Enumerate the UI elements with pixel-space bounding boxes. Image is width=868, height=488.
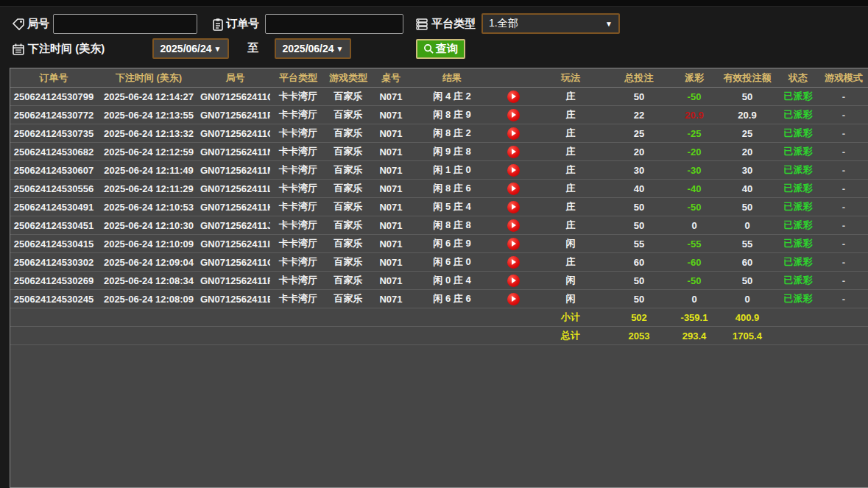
cell-platform-type: 卡卡湾厅 bbox=[270, 106, 326, 124]
play-video-button[interactable] bbox=[507, 219, 520, 232]
total-payout: 293.4 bbox=[671, 327, 718, 345]
table-row[interactable]: 250624124530735 2025-06-24 12:13:32 GN07… bbox=[10, 124, 868, 143]
platform-type-icon bbox=[415, 18, 428, 31]
cell-bet-time: 2025-06-24 12:11:49 bbox=[97, 161, 200, 180]
cell-status: 已派彩 bbox=[777, 161, 819, 180]
cell-valid-bet: 60 bbox=[718, 253, 777, 272]
cell-order-number: 250624124530735 bbox=[10, 124, 97, 143]
cell-result: 闲 6 庄 6 bbox=[412, 290, 493, 308]
play-video-button[interactable] bbox=[507, 109, 520, 121]
round-number-label: 局号 bbox=[27, 17, 49, 30]
date-to-picker[interactable]: 2025/06/24 ▼ bbox=[275, 38, 351, 59]
cell-valid-bet: 0 bbox=[718, 290, 777, 308]
cell-total-bet: 50 bbox=[607, 198, 671, 216]
subtotal-label: 小计 bbox=[534, 308, 607, 327]
play-video-button[interactable] bbox=[507, 201, 520, 213]
play-video-button[interactable] bbox=[507, 275, 520, 287]
cell-valid-bet: 55 bbox=[718, 235, 777, 253]
table-row[interactable]: 250624124530556 2025-06-24 12:11:29 GN07… bbox=[10, 180, 868, 198]
play-video-button[interactable] bbox=[507, 293, 520, 305]
round-number-input[interactable] bbox=[53, 14, 197, 34]
play-video-button[interactable] bbox=[507, 238, 520, 250]
order-number-label: 订单号 bbox=[226, 17, 259, 30]
cell-table-number: N071 bbox=[370, 290, 412, 308]
query-button-label: 查询 bbox=[436, 42, 458, 56]
play-icon bbox=[512, 259, 516, 265]
header-platform-type: 平台类型 bbox=[270, 68, 326, 88]
cell-round-number: GN0712562411I bbox=[200, 235, 270, 253]
table-row[interactable]: 250624124530415 2025-06-24 12:10:09 GN07… bbox=[10, 235, 868, 253]
play-video-button[interactable] bbox=[507, 164, 520, 177]
cell-table-number: N071 bbox=[370, 216, 412, 235]
table-row[interactable]: 250624124530682 2025-06-24 12:12:59 GN07… bbox=[10, 143, 868, 161]
cell-status: 已派彩 bbox=[777, 143, 819, 161]
cell-payout: -20 bbox=[671, 143, 718, 161]
table-row[interactable]: 250624124530245 2025-06-24 12:08:09 GN07… bbox=[10, 290, 868, 308]
cell-platform-type: 卡卡湾厅 bbox=[270, 235, 326, 253]
cell-bet-time: 2025-06-24 12:12:59 bbox=[97, 143, 200, 161]
table-row[interactable]: 250624124530491 2025-06-24 12:10:53 GN07… bbox=[10, 198, 868, 216]
cell-platform-type: 卡卡湾厅 bbox=[270, 143, 326, 161]
header-total-bet: 总投注 bbox=[607, 68, 671, 88]
cell-status: 已派彩 bbox=[777, 272, 819, 290]
cell-game-type: 百家乐 bbox=[326, 106, 370, 124]
play-video-button[interactable] bbox=[507, 146, 520, 158]
table-row[interactable]: 250624124530269 2025-06-24 12:08:34 GN07… bbox=[10, 272, 868, 290]
cell-valid-bet: 40 bbox=[718, 180, 777, 198]
query-button[interactable]: 查询 bbox=[416, 39, 465, 59]
header-game-mode: 游戏模式 bbox=[819, 68, 868, 88]
chevron-down-icon: ▼ bbox=[336, 45, 344, 53]
calendar-icon bbox=[12, 43, 25, 56]
cell-table-number: N071 bbox=[370, 124, 412, 143]
cell-play-type: 闲 bbox=[534, 290, 607, 308]
table-row[interactable]: 250624124530799 2025-06-24 12:14:27 GN07… bbox=[10, 88, 868, 106]
order-number-input[interactable] bbox=[265, 14, 403, 34]
play-icon bbox=[512, 204, 516, 210]
play-icon bbox=[512, 185, 516, 191]
cell-game-type: 百家乐 bbox=[326, 198, 370, 216]
cell-game-type: 百家乐 bbox=[326, 161, 370, 180]
cell-play-type: 庄 bbox=[534, 253, 607, 272]
table-row[interactable]: 250624124530451 2025-06-24 12:10:30 GN07… bbox=[10, 216, 868, 235]
table-row[interactable]: 250624124530607 2025-06-24 12:11:49 GN07… bbox=[10, 161, 868, 180]
cell-game-type: 百家乐 bbox=[326, 235, 370, 253]
cell-table-number: N071 bbox=[370, 272, 412, 290]
cell-play-type: 庄 bbox=[534, 106, 607, 124]
cell-status: 已派彩 bbox=[777, 290, 819, 308]
cell-replay bbox=[493, 198, 534, 216]
cell-platform-type: 卡卡湾厅 bbox=[270, 198, 326, 216]
cell-status: 已派彩 bbox=[777, 88, 819, 106]
cell-table-number: N071 bbox=[370, 88, 412, 106]
cell-game-mode: - bbox=[819, 198, 868, 216]
cell-total-bet: 60 bbox=[607, 253, 671, 272]
play-video-button[interactable] bbox=[507, 91, 520, 103]
cell-round-number: GN0712562411K bbox=[200, 198, 270, 216]
cell-valid-bet: 20 bbox=[718, 143, 777, 161]
cell-game-mode: - bbox=[819, 180, 868, 198]
tag-icon bbox=[12, 18, 25, 31]
cell-replay bbox=[493, 143, 534, 161]
date-from-picker[interactable]: 2025/06/24 ▼ bbox=[152, 38, 229, 59]
cell-play-type: 闲 bbox=[534, 272, 607, 290]
cell-game-type: 百家乐 bbox=[326, 143, 370, 161]
cell-total-bet: 40 bbox=[607, 180, 671, 198]
cell-game-mode: - bbox=[819, 88, 868, 106]
cell-platform-type: 卡卡湾厅 bbox=[270, 216, 326, 235]
cell-game-type: 百家乐 bbox=[326, 253, 370, 272]
play-video-button[interactable] bbox=[507, 127, 520, 140]
header-bet-time: 下注时间 (美东) bbox=[97, 68, 200, 88]
cell-game-type: 百家乐 bbox=[326, 180, 370, 198]
cell-result: 闲 4 庄 2 bbox=[412, 88, 493, 106]
cell-game-type: 百家乐 bbox=[326, 88, 370, 106]
play-video-button[interactable] bbox=[507, 256, 520, 269]
cell-game-mode: - bbox=[819, 143, 868, 161]
chevron-down-icon: ▼ bbox=[214, 45, 222, 53]
table-row[interactable]: 250624124530302 2025-06-24 12:09:04 GN07… bbox=[10, 253, 868, 272]
date-range-to-label: 至 bbox=[247, 41, 258, 54]
play-video-button[interactable] bbox=[507, 183, 520, 195]
header-valid-bet: 有效投注额 bbox=[718, 68, 777, 88]
total-label: 总计 bbox=[534, 327, 607, 345]
platform-type-select[interactable]: 1.全部 ▼ bbox=[481, 13, 620, 34]
table-row[interactable]: 250624124530772 2025-06-24 12:13:55 GN07… bbox=[10, 106, 868, 124]
cell-valid-bet: 0 bbox=[718, 216, 777, 235]
